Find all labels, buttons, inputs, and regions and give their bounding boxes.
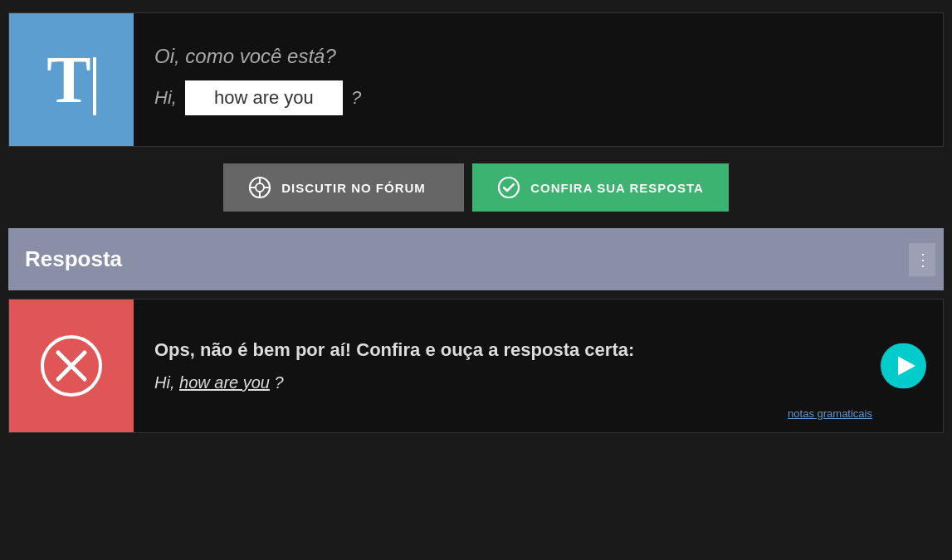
result-answer-link[interactable]: how are you <box>179 373 270 392</box>
resposta-section: Resposta ⋮ <box>8 228 944 290</box>
result-content: Ops, não é bem por aí! Confira e ouça a … <box>134 299 943 432</box>
play-audio-button[interactable] <box>881 343 926 389</box>
grammar-notes-link[interactable]: notas gramaticais <box>788 407 872 420</box>
more-dots: ⋮ <box>915 250 930 270</box>
forum-button[interactable]: DISCUTIR NO FÓRUM <box>223 163 464 212</box>
question-icon-panel: T <box>9 13 134 146</box>
question-prompt: Hi, how are you ? <box>154 80 361 115</box>
play-icon <box>881 343 926 389</box>
resposta-title: Resposta <box>8 230 139 289</box>
forum-icon <box>248 176 271 199</box>
check-icon <box>497 176 520 199</box>
question-content: Oi, como você está? Hi, how are you ? <box>134 13 382 146</box>
svg-point-6 <box>499 178 519 197</box>
check-button-label: CONFIRA SUA RESPOSTA <box>530 181 704 195</box>
result-prompt-after: ? <box>275 373 284 392</box>
error-icon <box>38 333 105 399</box>
check-answer-button[interactable]: CONFIRA SUA RESPOSTA <box>472 163 729 212</box>
forum-button-label: DISCUTIR NO FÓRUM <box>281 181 426 195</box>
prompt-after: ? <box>351 87 361 109</box>
question-title: Oi, como você está? <box>154 45 361 68</box>
cursor <box>93 57 96 115</box>
t-icon: T <box>46 42 95 118</box>
svg-point-1 <box>256 183 264 192</box>
result-answer: Hi, how are you ? <box>154 373 922 392</box>
result-icon-panel <box>9 299 134 432</box>
action-buttons: DISCUTIR NO FÓRUM CONFIRA SUA RESPOSTA <box>8 163 944 212</box>
prompt-before: Hi, <box>154 87 177 109</box>
result-card: Ops, não é bem por aí! Confira e ouça a … <box>8 299 944 433</box>
more-options-button[interactable]: ⋮ <box>909 243 935 276</box>
answer-input-display[interactable]: how are you <box>185 80 343 115</box>
question-card: T Oi, como você está? Hi, how are you ? <box>8 12 944 147</box>
result-prompt-before: Hi, <box>154 373 174 392</box>
result-title: Ops, não é bem por aí! Confira e ouça a … <box>154 339 922 361</box>
